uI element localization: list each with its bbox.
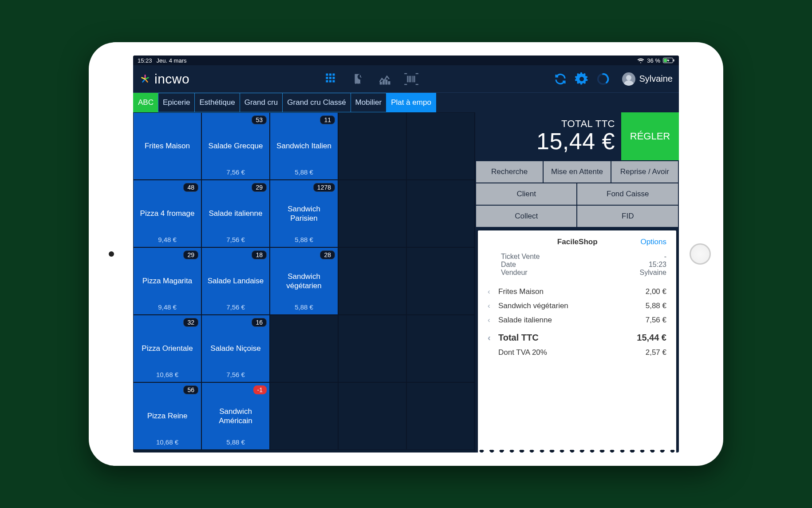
product-price: 7,56 € [226, 303, 245, 311]
meta-seller-label: Vendeur [501, 269, 528, 277]
stock-badge: 29 [252, 183, 267, 192]
grid-cell: 29Salade italienne7,56 € [201, 180, 270, 247]
category-tab[interactable]: Plat à empo [386, 93, 436, 112]
grid-cell [270, 315, 338, 382]
product-tile[interactable]: 11Sandwich Italien5,88 € [270, 113, 338, 179]
product-tile[interactable]: 18Salade Landaise7,56 € [202, 248, 269, 314]
receipt-shop-name: FacileShop [488, 238, 640, 246]
product-tile[interactable]: 48Pizza 4 fromage9,48 € [134, 180, 201, 247]
pay-button[interactable]: RÉGLER [621, 112, 679, 160]
product-tile[interactable]: 29Pizza Magarita9,48 € [134, 248, 201, 314]
user-chip[interactable]: Sylvaine [617, 72, 673, 86]
receipt-tax-row: Dont TVA 20% 2,57 € [488, 345, 666, 360]
svg-rect-16 [389, 82, 390, 84]
progress-ring-icon[interactable] [595, 71, 611, 87]
meta-ticket-label: Ticket Vente [501, 253, 540, 261]
brand-name: incwo [154, 71, 189, 87]
grid-cell [338, 382, 406, 450]
barcode-icon[interactable] [402, 70, 420, 88]
meta-ticket-value: - [664, 253, 666, 261]
svg-rect-7 [329, 77, 331, 79]
category-tab[interactable]: ABC [133, 93, 158, 112]
product-tile[interactable]: 28Sandwich végétarien5,88 € [270, 248, 338, 314]
receipt-options-link[interactable]: Options [640, 238, 666, 246]
product-grid: Frites Maison53Salade Grecque7,56 €11San… [133, 112, 475, 452]
receipt-line[interactable]: ‹Frites Maison2,00 € [488, 285, 666, 299]
app-bar: incwo Sylvaine [133, 65, 679, 93]
search-button[interactable]: Recherche [476, 161, 543, 183]
product-tile[interactable]: 16Salade Niçoise7,56 € [202, 315, 269, 382]
stock-badge: 1278 [313, 183, 335, 192]
receipt-line-price: 2,00 € [646, 287, 666, 296]
sync-icon[interactable] [553, 71, 568, 87]
receipt-line-price: 5,88 € [646, 302, 666, 310]
category-tab[interactable]: Grand cru [240, 93, 283, 112]
receipt-line-price: 7,56 € [646, 316, 666, 325]
receipt-line-name: Sandwich végétarien [498, 302, 641, 310]
fid-button[interactable]: FID [577, 206, 678, 227]
svg-rect-3 [326, 73, 328, 75]
product-tile[interactable]: -1Sandwich Américain5,88 € [202, 383, 269, 449]
product-name: Pizza 4 fromage [140, 209, 195, 218]
category-tabs: ABCEpicerieEsthétiqueGrand cruGrand cru … [133, 93, 679, 112]
return-button[interactable]: Reprise / Avoir [611, 161, 678, 183]
product-name: Sandwich Américain [205, 407, 266, 426]
receipt-tax-value: 2,57 € [646, 348, 666, 357]
meta-date-label: Date [501, 261, 516, 269]
category-tab[interactable]: Epicerie [158, 93, 195, 112]
product-tile[interactable]: 29Salade italienne7,56 € [202, 180, 269, 247]
hold-button[interactable]: Mise en Attente [544, 161, 610, 183]
chevron-left-icon: ‹ [488, 333, 494, 343]
stock-badge: 11 [320, 115, 335, 124]
category-tab[interactable]: Grand cru Classé [282, 93, 351, 112]
product-price: 9,48 € [158, 303, 177, 311]
stock-badge: -1 [253, 385, 267, 394]
svg-rect-8 [332, 77, 335, 79]
receipt-total-row[interactable]: ‹ Total TTC 15,44 € [488, 330, 666, 345]
receipts-icon[interactable] [349, 70, 367, 88]
device-home-button[interactable] [690, 243, 711, 265]
product-tile[interactable]: 32Pizza Orientale10,68 € [134, 315, 201, 382]
grid-cell [270, 382, 338, 450]
product-name: Sandwich Italien [276, 141, 331, 151]
gear-icon[interactable] [574, 71, 589, 87]
chevron-left-icon: ‹ [488, 287, 494, 296]
right-panel: TOTAL TTC 15,44 € RÉGLER Recherche Mise … [475, 112, 679, 452]
wifi-icon [637, 58, 644, 63]
collect-button[interactable]: Collect [476, 206, 576, 227]
grid-cell: -1Sandwich Américain5,88 € [201, 382, 270, 450]
product-price: 5,88 € [295, 236, 313, 243]
grid-cell [406, 180, 475, 247]
product-name: Salade italienne [209, 209, 263, 218]
svg-rect-6 [326, 77, 328, 79]
receipt-line[interactable]: ‹Salade italienne7,56 € [488, 313, 666, 327]
client-button[interactable]: Client [476, 183, 576, 205]
product-name: Pizza Magarita [142, 276, 192, 286]
stats-icon[interactable] [376, 70, 394, 88]
cash-fund-button[interactable]: Fond Caisse [577, 183, 678, 205]
meta-seller-value: Sylvaine [640, 269, 666, 277]
grid-view-icon[interactable] [323, 70, 340, 88]
svg-rect-13 [380, 82, 382, 84]
total-value: 15,44 € [536, 128, 615, 155]
stock-badge: 18 [252, 250, 267, 259]
grid-cell: 16Salade Niçoise7,56 € [201, 315, 270, 382]
grid-cell [406, 247, 475, 315]
product-price: 7,56 € [226, 168, 245, 176]
receipt-tax-label: Dont TVA 20% [498, 348, 641, 357]
svg-rect-9 [326, 80, 328, 82]
category-tab[interactable]: Mobilier [351, 93, 387, 112]
product-tile[interactable]: 53Salade Grecque7,56 € [202, 113, 269, 179]
product-tile[interactable]: 1278Sandwich Parisien5,88 € [270, 180, 338, 247]
status-bar: 15:23 Jeu. 4 mars 36 % [133, 56, 679, 65]
product-price: 9,48 € [158, 236, 177, 243]
action-buttons: Recherche Mise en Attente Reprise / Avoi… [475, 160, 679, 228]
receipt-line[interactable]: ‹Sandwich végétarien5,88 € [488, 299, 666, 313]
brand: incwo [139, 71, 189, 87]
receipt-line-name: Salade italienne [498, 316, 641, 325]
svg-rect-15 [386, 80, 387, 84]
battery-icon [663, 58, 674, 63]
product-tile[interactable]: Frites Maison [134, 113, 201, 179]
category-tab[interactable]: Esthétique [194, 93, 240, 112]
product-tile[interactable]: 56Pizza Reine10,68 € [134, 383, 201, 449]
